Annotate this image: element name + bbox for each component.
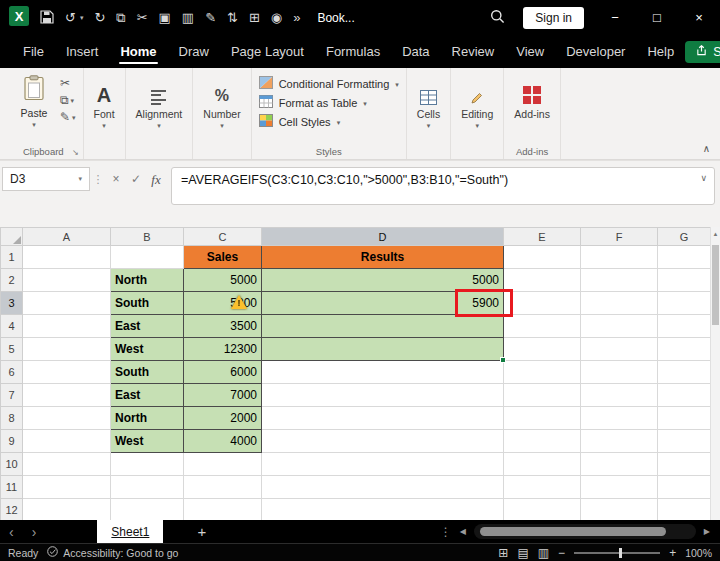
alignment-group-button[interactable]: Alignment ▾ (126, 68, 194, 159)
cells-group-button[interactable]: Cells ▾ (407, 68, 451, 159)
normal-view-icon[interactable]: ⊞ (498, 547, 508, 559)
sheet-tab-sheet1[interactable]: Sheet1 (97, 520, 163, 543)
hscroll-right-icon[interactable]: ▶ (704, 527, 710, 536)
cell-D5[interactable] (262, 338, 504, 361)
cell-B5[interactable]: West (111, 338, 184, 361)
cell-E11[interactable] (504, 476, 581, 499)
error-warning-icon[interactable]: ! (231, 295, 247, 309)
formula-bar-expand-icon[interactable]: ∨ (700, 173, 707, 183)
cell-E3[interactable] (504, 292, 581, 315)
tab-home[interactable]: Home (109, 35, 167, 68)
share-button[interactable]: Share ▾ (685, 41, 720, 63)
cell-E1[interactable] (504, 246, 581, 269)
redo-icon[interactable]: ↻ (94, 11, 105, 24)
cell-F2[interactable] (581, 269, 658, 292)
cell-E5[interactable] (504, 338, 581, 361)
row-header-11[interactable]: 11 (1, 476, 23, 499)
tab-developer[interactable]: Developer (555, 35, 636, 68)
picture-icon[interactable]: ▣ (159, 11, 171, 24)
cell-F6[interactable] (581, 361, 658, 384)
clipboard-dialog-launcher-icon[interactable]: ↘ (72, 148, 79, 157)
cell-G8[interactable] (658, 407, 711, 430)
cell-C11[interactable] (184, 476, 262, 499)
cell-B6[interactable]: South (111, 361, 184, 384)
cell-D7[interactable] (262, 384, 504, 407)
font-group-button[interactable]: A Font ▾ (84, 68, 126, 159)
cell-B12[interactable] (111, 499, 184, 521)
formula-input[interactable]: =AVERAGEIFS(C3:C10,C3:C10,">5000",B3:B10… (171, 167, 715, 205)
cell-C6[interactable]: 6000 (184, 361, 262, 384)
cell-A9[interactable] (23, 430, 111, 453)
copy-icon[interactable]: ⧉ (116, 11, 125, 24)
cell-F8[interactable] (581, 407, 658, 430)
cell-B11[interactable] (111, 476, 184, 499)
save-icon[interactable] (40, 10, 54, 26)
addins-group[interactable]: Add-ins Add-ins (504, 68, 561, 159)
zoom-in-icon[interactable]: + (669, 547, 676, 559)
tab-formulas[interactable]: Formulas (315, 35, 391, 68)
table-icon[interactable]: ⊞ (249, 11, 260, 24)
cell-D10[interactable] (262, 453, 504, 476)
cell-D9[interactable] (262, 430, 504, 453)
cell-E9[interactable] (504, 430, 581, 453)
tab-data[interactable]: Data (391, 35, 440, 68)
vertical-scrollbar[interactable]: ▲ (710, 227, 720, 520)
cut-button[interactable]: ✂ (60, 77, 76, 89)
cell-E8[interactable] (504, 407, 581, 430)
cancel-formula-icon[interactable]: × (106, 167, 126, 186)
cell-G4[interactable] (658, 315, 711, 338)
cell-G2[interactable] (658, 269, 711, 292)
cell-C2[interactable]: 5000 (184, 269, 262, 292)
tab-page-layout[interactable]: Page Layout (220, 35, 315, 68)
cell-F1[interactable] (581, 246, 658, 269)
cell-C10[interactable] (184, 453, 262, 476)
cell-D2[interactable]: 5000 (262, 269, 504, 292)
cell-A2[interactable] (23, 269, 111, 292)
column-header-A[interactable]: A (23, 228, 111, 246)
minimize-button[interactable]: − (594, 0, 636, 35)
cell-C8[interactable]: 2000 (184, 407, 262, 430)
row-header-8[interactable]: 8 (1, 407, 23, 430)
row-header-3[interactable]: 3 (1, 292, 23, 315)
column-header-G[interactable]: G (658, 228, 711, 246)
ribbon-collapse-chevron-icon[interactable]: ∧ (703, 143, 710, 154)
undo-icon[interactable]: ↺ (65, 11, 76, 24)
conditional-formatting-button[interactable]: Conditional Formatting ▾ (259, 76, 399, 91)
cell-G9[interactable] (658, 430, 711, 453)
cell-A7[interactable] (23, 384, 111, 407)
row-header-10[interactable]: 10 (1, 453, 23, 476)
cell-C9[interactable]: 4000 (184, 430, 262, 453)
page-break-view-icon[interactable]: ▥ (538, 547, 549, 559)
tab-view[interactable]: View (505, 35, 555, 68)
hscroll-left-icon[interactable]: ◀ (460, 527, 466, 536)
accessibility-status[interactable]: Accessibility: Good to go (47, 546, 178, 559)
camera-icon[interactable]: ◉ (271, 11, 282, 24)
cell-G10[interactable] (658, 453, 711, 476)
row-header-7[interactable]: 7 (1, 384, 23, 407)
cell-E4[interactable] (504, 315, 581, 338)
cell-B10[interactable] (111, 453, 184, 476)
cell-G3[interactable] (658, 292, 711, 315)
column-header-F[interactable]: F (581, 228, 658, 246)
format-painter-icon[interactable]: ✎ (205, 11, 216, 24)
page-layout-view-icon[interactable]: ▤ (517, 547, 528, 559)
column-header-C[interactable]: C (184, 228, 262, 246)
select-all-corner[interactable] (1, 228, 23, 246)
cell-F10[interactable] (581, 453, 658, 476)
maximize-button[interactable]: □ (636, 0, 678, 35)
cell-E10[interactable] (504, 453, 581, 476)
cell-C1[interactable]: Sales (184, 246, 262, 269)
tab-help[interactable]: Help (636, 35, 685, 68)
cell-G11[interactable] (658, 476, 711, 499)
cell-E7[interactable] (504, 384, 581, 407)
cell-B2[interactable]: North (111, 269, 184, 292)
cell-D1[interactable]: Results (262, 246, 504, 269)
enter-formula-icon[interactable]: ✓ (126, 167, 146, 186)
sheet-options-icon[interactable]: ⋮ (440, 525, 452, 539)
row-header-4[interactable]: 4 (1, 315, 23, 338)
cell-D12[interactable] (262, 499, 504, 521)
cell-G12[interactable] (658, 499, 711, 521)
cell-C12[interactable] (184, 499, 262, 521)
cell-D6[interactable] (262, 361, 504, 384)
cell-A11[interactable] (23, 476, 111, 499)
